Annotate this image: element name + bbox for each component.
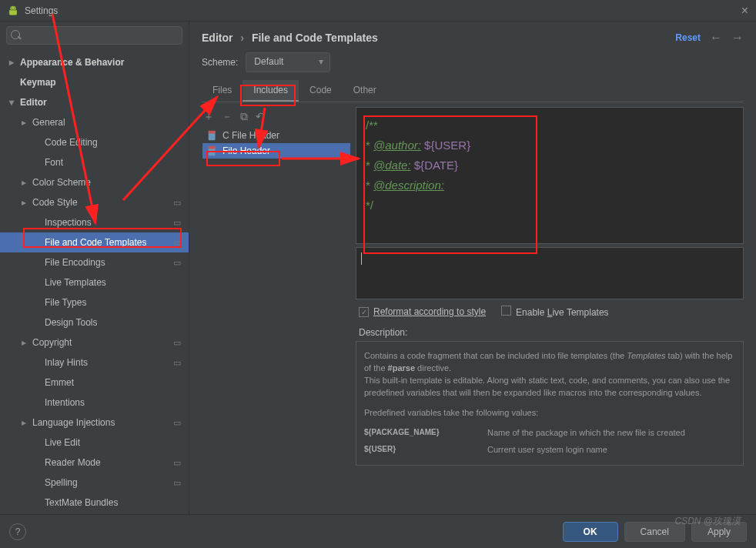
template-item[interactable]: C File Header [202, 128, 350, 143]
sidebar-item-label: Design Tools [45, 316, 97, 329]
window-title: Settings [25, 5, 58, 16]
sidebar-item[interactable]: Language Injections▭ [0, 413, 189, 433]
file-icon [207, 145, 218, 156]
settings-tree[interactable]: Appearance & BehaviorKeymapEditorGeneral… [0, 49, 189, 514]
code-editor[interactable]: /** * @author: ${USER} * @date: ${DATE} … [356, 107, 744, 244]
sidebar-item[interactable]: File and Code Templates▭ [0, 232, 189, 252]
revert-icon[interactable]: ↶ [256, 110, 265, 124]
sidebar-item[interactable]: Code Editing [0, 132, 189, 152]
sidebar-item[interactable]: Inspections▭ [0, 212, 189, 232]
sidebar-item[interactable]: File Encodings▭ [0, 252, 189, 272]
back-icon[interactable]: ← [710, 31, 722, 45]
breadcrumb: Editor › File and Code Templates [202, 32, 378, 44]
sidebar-item[interactable]: Design Tools [0, 312, 189, 332]
content-area: Editor › File and Code Templates Reset ←… [189, 22, 756, 514]
preview-area[interactable] [356, 247, 744, 299]
chevron-icon [22, 195, 31, 209]
remove-icon[interactable]: － [222, 110, 232, 124]
sidebar-item[interactable]: Copyright▭ [0, 332, 189, 353]
sidebar-item-label: Live Edit [45, 436, 80, 449]
options-row: Reformat according to style Enable Live … [356, 299, 744, 324]
sidebar-item[interactable]: TODO [0, 513, 189, 514]
scheme-label: Scheme: [202, 57, 238, 68]
sidebar-item-label: Live Templates [45, 276, 106, 289]
sidebar-item-label: Reader Mode [45, 456, 101, 469]
chevron-icon [9, 95, 18, 109]
description-label: Description: [356, 324, 744, 341]
svg-rect-5 [209, 146, 216, 149]
dialog-footer: ? OK Cancel Apply [0, 514, 756, 548]
sidebar-item[interactable]: Live Templates [0, 272, 189, 292]
add-icon[interactable]: ＋ [203, 110, 214, 124]
sidebar-item[interactable]: Font [0, 152, 189, 172]
sidebar-item-label: Inlay Hints [45, 356, 88, 369]
copy-icon[interactable]: ⧉ [240, 110, 248, 124]
sidebar-item-label: Copyright [32, 336, 72, 349]
chevron-icon [22, 336, 31, 349]
template-toolbar: ＋ － ⧉ ↶ [202, 107, 351, 127]
sidebar-item-label: Language Injections [32, 416, 115, 429]
sidebar-item[interactable]: Color Scheme [0, 172, 189, 192]
sidebar-item[interactable]: Code Style▭ [0, 192, 189, 212]
chevron-icon [22, 416, 31, 429]
sidebar-item[interactable]: Intentions [0, 393, 189, 413]
chevron-icon [22, 115, 31, 129]
svg-point-0 [12, 7, 12, 8]
cancel-button[interactable]: Cancel [624, 522, 685, 542]
sidebar-item-label: File Encodings [45, 256, 105, 269]
svg-rect-3 [209, 131, 216, 134]
chevron-icon [22, 175, 31, 189]
sidebar-item-label: File Types [45, 296, 86, 309]
sidebar-item-label: TextMate Bundles [45, 496, 118, 510]
sidebar-item[interactable]: Reader Mode▭ [0, 453, 189, 473]
forward-icon[interactable]: → [731, 31, 744, 45]
search-input[interactable] [6, 26, 182, 45]
breadcrumb-sep: › [240, 32, 244, 44]
scope-icon: ▭ [173, 356, 181, 369]
sidebar-item-label: Editor [20, 95, 47, 109]
tab-other[interactable]: Other [343, 80, 387, 102]
tab-code[interactable]: Code [299, 80, 343, 102]
sidebar-item[interactable]: Appearance & Behavior [0, 52, 189, 72]
ok-button[interactable]: OK [563, 522, 618, 542]
apply-button[interactable]: Apply [691, 522, 747, 542]
sidebar-item[interactable]: Live Edit [0, 433, 189, 453]
scope-icon: ▭ [173, 456, 181, 469]
scope-icon: ▭ [173, 476, 181, 490]
sidebar-item[interactable]: Inlay Hints▭ [0, 353, 189, 373]
top-actions: Reset ← → [675, 31, 744, 45]
live-templates-checkbox[interactable]: Enable Live Templates [501, 306, 609, 318]
sidebar-item[interactable]: Keymap [0, 72, 189, 92]
template-item[interactable]: File Header [202, 143, 350, 159]
sidebar-item[interactable]: Editor [0, 92, 189, 112]
scheme-row: Scheme: Default [202, 52, 744, 72]
reset-link[interactable]: Reset [675, 32, 701, 43]
help-button[interactable]: ? [9, 523, 26, 540]
chevron-icon [9, 55, 18, 69]
sidebar-item[interactable]: TextMate Bundles [0, 493, 189, 513]
breadcrumb-row: Editor › File and Code Templates Reset ←… [202, 31, 744, 45]
scope-icon: ▭ [173, 195, 181, 209]
sidebar-item[interactable]: Emmet [0, 373, 189, 393]
breadcrumb-part2: File and Code Templates [252, 32, 378, 44]
sidebar-item-label: Font [45, 155, 63, 169]
breadcrumb-part1: Editor [202, 32, 232, 44]
main-layout: Appearance & BehaviorKeymapEditorGeneral… [0, 22, 756, 514]
tab-includes[interactable]: Includes [243, 80, 299, 102]
reformat-checkbox[interactable]: Reformat according to style [359, 306, 486, 317]
scope-icon: ▭ [173, 416, 181, 429]
titlebar: Settings × [0, 0, 756, 22]
sidebar-item[interactable]: Spelling▭ [0, 473, 189, 493]
sidebar-item-label: Code Editing [45, 135, 98, 149]
sidebar-item[interactable]: General [0, 112, 189, 132]
sidebar-item-label: Color Scheme [32, 175, 91, 189]
template-list[interactable]: C File HeaderFile Header [202, 127, 351, 514]
sidebar-item-label: General [32, 115, 65, 129]
sidebar-item[interactable]: File Types [0, 292, 189, 312]
sidebar-item-label: File and Code Templates [45, 236, 147, 249]
tab-files[interactable]: Files [202, 80, 243, 102]
editor-panel: /** * @author: ${USER} * @date: ${DATE} … [356, 107, 744, 514]
scheme-select[interactable]: Default [246, 52, 330, 72]
close-icon[interactable]: × [741, 4, 748, 18]
scope-icon: ▭ [173, 216, 181, 229]
